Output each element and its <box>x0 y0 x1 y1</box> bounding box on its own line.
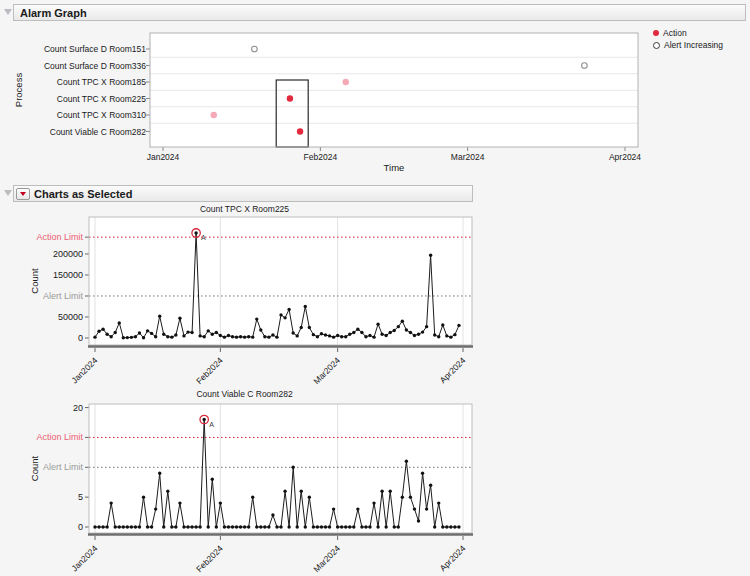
alarm-point-action_faded[interactable] <box>211 112 217 118</box>
data-point[interactable] <box>247 525 250 528</box>
data-point[interactable] <box>332 507 335 510</box>
data-point[interactable] <box>271 513 274 516</box>
data-point[interactable] <box>174 333 177 336</box>
data-point[interactable] <box>389 489 392 492</box>
alarm-point-action_faded[interactable] <box>343 79 349 85</box>
data-point[interactable] <box>114 525 117 528</box>
data-point[interactable] <box>401 319 404 322</box>
data-point[interactable] <box>384 525 387 528</box>
data-point[interactable] <box>364 525 367 528</box>
data-point[interactable] <box>389 331 392 334</box>
data-point[interactable] <box>340 335 343 338</box>
data-point[interactable] <box>105 333 108 336</box>
data-point[interactable] <box>384 334 387 337</box>
data-point[interactable] <box>380 333 383 336</box>
data-point[interactable] <box>109 335 112 338</box>
data-point[interactable] <box>142 336 145 339</box>
data-point[interactable] <box>178 317 181 320</box>
data-point[interactable] <box>211 333 214 336</box>
data-point[interactable] <box>352 525 355 528</box>
data-point[interactable] <box>251 495 254 498</box>
data-point[interactable] <box>457 525 460 528</box>
data-point[interactable] <box>190 525 193 528</box>
data-point[interactable] <box>146 525 149 528</box>
data-point[interactable] <box>170 335 173 338</box>
data-point[interactable] <box>118 525 121 528</box>
data-point[interactable] <box>332 335 335 338</box>
data-point[interactable] <box>340 525 343 528</box>
data-point[interactable] <box>449 525 452 528</box>
data-point[interactable] <box>413 507 416 510</box>
data-point[interactable] <box>453 333 456 336</box>
data-point[interactable] <box>312 333 315 336</box>
data-point[interactable] <box>417 519 420 522</box>
plot-area[interactable] <box>89 217 472 345</box>
disclosure-triangle-alarm-icon[interactable] <box>4 9 12 15</box>
data-point[interactable] <box>166 335 169 338</box>
data-point[interactable] <box>275 525 278 528</box>
data-point[interactable] <box>158 472 161 475</box>
data-point[interactable] <box>134 525 137 528</box>
data-point[interactable] <box>122 525 125 528</box>
data-point[interactable] <box>235 335 238 338</box>
data-point[interactable] <box>198 334 201 337</box>
data-point[interactable] <box>235 525 238 528</box>
data-point[interactable] <box>101 525 104 528</box>
data-point[interactable] <box>437 335 440 338</box>
data-point[interactable] <box>122 336 125 339</box>
data-point[interactable] <box>93 335 96 338</box>
alarm-point-alert[interactable] <box>582 63 588 69</box>
data-point[interactable] <box>174 525 177 528</box>
data-point[interactable] <box>239 335 242 338</box>
data-point[interactable] <box>162 525 165 528</box>
data-point[interactable] <box>397 525 400 528</box>
data-point[interactable] <box>328 525 331 528</box>
data-point[interactable] <box>138 331 141 334</box>
data-point[interactable] <box>211 478 214 481</box>
data-point[interactable] <box>93 525 96 528</box>
data-point[interactable] <box>215 331 218 334</box>
data-point[interactable] <box>219 334 222 337</box>
chart-room282[interactable]: Count Viable C Room28220Action LimitAler… <box>0 388 500 576</box>
data-point[interactable] <box>130 336 133 339</box>
data-point[interactable] <box>336 334 339 337</box>
data-point[interactable] <box>150 525 153 528</box>
data-point[interactable] <box>267 335 270 338</box>
data-point[interactable] <box>158 314 161 317</box>
data-point[interactable] <box>259 525 262 528</box>
data-point[interactable] <box>170 525 173 528</box>
data-point[interactable] <box>405 328 408 331</box>
data-point[interactable] <box>429 484 432 487</box>
data-point[interactable] <box>324 525 327 528</box>
data-point[interactable] <box>223 525 226 528</box>
data-point[interactable] <box>251 335 254 338</box>
data-point[interactable] <box>380 489 383 492</box>
data-point[interactable] <box>239 525 242 528</box>
data-point[interactable] <box>449 335 452 338</box>
data-point[interactable] <box>372 501 375 504</box>
data-point[interactable] <box>182 334 185 337</box>
data-point[interactable] <box>453 525 456 528</box>
data-point[interactable] <box>198 525 201 528</box>
data-point[interactable] <box>243 525 246 528</box>
data-point[interactable] <box>445 525 448 528</box>
data-point[interactable] <box>344 335 347 338</box>
data-point[interactable] <box>312 525 315 528</box>
data-point[interactable] <box>101 327 104 330</box>
data-point[interactable] <box>291 331 294 334</box>
alarm-point-action[interactable] <box>287 95 293 101</box>
alarm-graph-plot[interactable]: Count Surface D Room151Count Surface D R… <box>0 24 750 184</box>
data-point[interactable] <box>105 525 108 528</box>
data-point[interactable] <box>166 489 169 492</box>
data-point[interactable] <box>255 317 258 320</box>
red-triangle-menu-button[interactable] <box>16 188 30 200</box>
data-point[interactable] <box>223 335 226 338</box>
data-point[interactable] <box>150 332 153 335</box>
data-point[interactable] <box>393 525 396 528</box>
data-point[interactable] <box>336 525 339 528</box>
data-point[interactable] <box>316 335 319 338</box>
data-point[interactable] <box>130 525 133 528</box>
data-point[interactable] <box>433 333 436 336</box>
data-point[interactable] <box>437 501 440 504</box>
data-point[interactable] <box>372 335 375 338</box>
